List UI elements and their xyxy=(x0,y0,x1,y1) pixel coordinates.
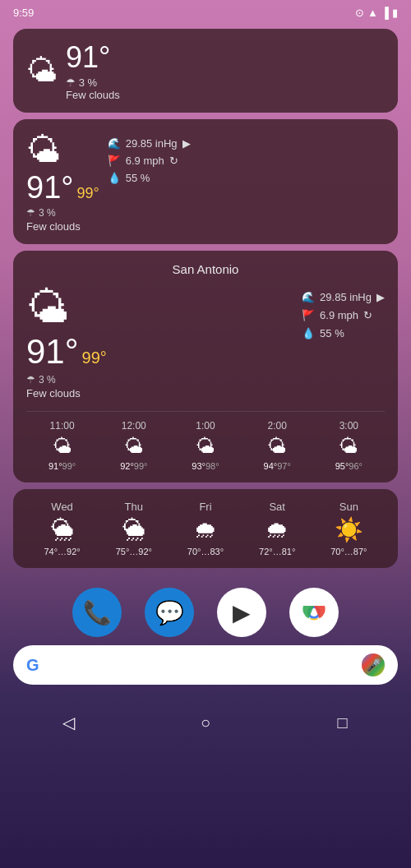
day-item: Wed 🌦 74°…92° xyxy=(44,501,80,556)
messages-app[interactable]: 💬 xyxy=(145,588,194,637)
temp-hi-large: 99° xyxy=(82,349,107,367)
battery-icon: ▮ xyxy=(392,7,398,19)
day-icon: 🌦 xyxy=(51,516,74,543)
home-button[interactable]: ○ xyxy=(189,706,222,739)
temp-small: 91° xyxy=(66,40,120,75)
day-item: Sun ☀️ 70°…87° xyxy=(330,501,367,556)
city-name: San Antonio xyxy=(26,262,385,276)
day-label: Sat xyxy=(269,501,285,513)
day-label: Thu xyxy=(125,501,143,513)
hour-icon: 🌤 xyxy=(267,435,287,458)
weather-icon-large: 🌤 xyxy=(26,283,69,332)
hour-temps: 91°99° xyxy=(48,461,76,471)
day-icon: 🌦 xyxy=(122,516,145,543)
hour-time: 11:00 xyxy=(50,420,75,432)
hour-icon: 🌤 xyxy=(53,435,72,458)
recents-button[interactable]: □ xyxy=(326,706,359,739)
wifi-icon: ▲ xyxy=(367,7,378,19)
search-bar[interactable]: G 🎤 xyxy=(13,645,398,685)
hour-icon: 🌤 xyxy=(196,435,215,458)
chrome-app[interactable] xyxy=(289,588,339,637)
day-item: Sat 🌧 72°…81° xyxy=(259,501,295,556)
details-large: 🌊 29.85 inHg ▶ 🚩 6.9 mph ↻ 💧 55 % xyxy=(302,291,385,339)
day-icon: ☀️ xyxy=(335,516,363,543)
hour-item: 11:00 🌤 91°99° xyxy=(48,420,76,471)
hour-item: 1:00 🌤 93°98° xyxy=(192,420,219,471)
phone-app[interactable]: 📞 xyxy=(72,588,122,637)
day-item: Fri 🌧 70°…83° xyxy=(187,501,224,556)
day-icon: 🌧 xyxy=(266,516,289,543)
day-label: Sun xyxy=(339,501,358,513)
hour-item: 12:00 🌤 92°99° xyxy=(120,420,147,471)
hour-temps: 95°96° xyxy=(335,461,363,471)
condition-small: Few clouds xyxy=(66,89,120,101)
condition-medium: Few clouds xyxy=(26,220,81,233)
status-bar: 9:59 ⊙ ▲ ▐ ▮ xyxy=(0,0,411,22)
hour-item: 2:00 🌤 94°97° xyxy=(264,420,291,471)
rain-medium: ☂3 % xyxy=(26,207,56,219)
day-label: Fri xyxy=(199,501,211,513)
temp-medium: 91° xyxy=(26,170,73,205)
day-icon: 🌧 xyxy=(194,516,217,543)
weather-widget-large[interactable]: San Antonio 🌤 91° 99° ☂3 % Few clouds 🌊 … xyxy=(13,251,398,482)
hourly-forecast: 11:00 🌤 91°99° 12:00 🌤 92°99° 1:00 🌤 93°… xyxy=(26,411,385,471)
weekly-forecast: Wed 🌦 74°…92° Thu 🌦 75°…92° Fri 🌧 70°…83… xyxy=(26,501,385,556)
status-time: 9:59 xyxy=(13,7,34,19)
day-item: Thu 🌦 75°…92° xyxy=(116,501,152,556)
circle-icon: ⊙ xyxy=(355,7,364,19)
temp-hi-medium: 99° xyxy=(76,185,99,202)
hour-icon: 🌤 xyxy=(339,435,358,458)
hour-icon: 🌤 xyxy=(124,435,144,458)
hour-temps: 93°98° xyxy=(192,461,219,471)
hour-time: 2:00 xyxy=(267,420,286,432)
hour-item: 3:00 🌤 95°96° xyxy=(335,420,363,471)
play-store-app[interactable]: ▶ xyxy=(217,588,266,637)
back-button[interactable]: ◁ xyxy=(52,706,85,739)
day-temps: 72°…81° xyxy=(259,547,295,556)
day-temps: 70°…83° xyxy=(187,547,224,556)
day-temps: 75°…92° xyxy=(116,547,152,556)
day-label: Wed xyxy=(51,501,73,513)
mic-icon[interactable]: 🎤 xyxy=(362,653,385,676)
app-dock: 📞 💬 ▶ xyxy=(0,588,411,637)
temp-large: 91° xyxy=(26,332,79,372)
navigation-bar: ◁ ○ □ xyxy=(0,693,411,746)
weather-icon-medium: 🌤 xyxy=(26,131,61,170)
hour-time: 3:00 xyxy=(339,420,358,432)
day-temps: 70°…87° xyxy=(330,547,367,556)
day-temps: 74°…92° xyxy=(44,547,80,556)
rain-large: ☂3 % xyxy=(26,374,56,386)
hour-temps: 92°99° xyxy=(120,461,147,471)
hour-time: 1:00 xyxy=(196,420,215,432)
signal-icon: ▐ xyxy=(381,7,389,19)
condition-large: Few clouds xyxy=(26,387,81,399)
weather-widget-small[interactable]: 🌤 91° ☂ 3 % Few clouds xyxy=(13,29,398,113)
weather-widget-medium[interactable]: 🌤 91° 99° ☂3 % Few clouds 🌊 29.85 inHg ▶… xyxy=(13,119,398,244)
hour-temps: 94°97° xyxy=(264,461,291,471)
status-icons: ⊙ ▲ ▐ ▮ xyxy=(355,7,398,19)
hour-time: 12:00 xyxy=(122,420,146,432)
details-medium: 🌊 29.85 inHg ▶ 🚩 6.9 mph ↻ 💧 55 % xyxy=(108,137,385,184)
weather-widget-weekly[interactable]: Wed 🌦 74°…92° Thu 🌦 75°…92° Fri 🌧 70°…83… xyxy=(13,489,398,568)
rain-small: ☂ 3 % xyxy=(66,76,120,89)
weather-icon-small: 🌤 xyxy=(26,55,58,86)
google-logo: G xyxy=(26,656,39,675)
